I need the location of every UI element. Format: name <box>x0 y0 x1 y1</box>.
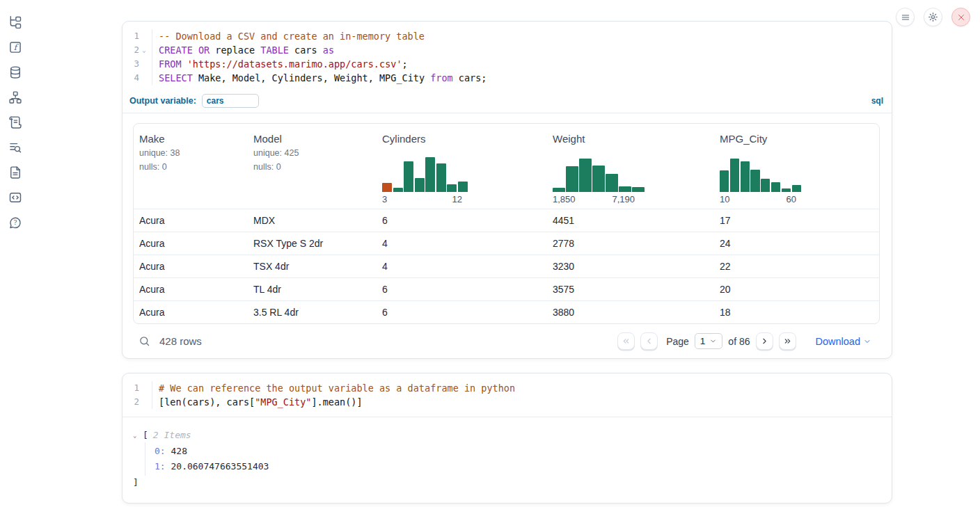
histogram-bar <box>447 184 457 192</box>
code-line[interactable]: 1-- Download a CSV and create an in-memo… <box>122 29 892 43</box>
column-header-cylinders[interactable]: Cylinders312 <box>377 124 547 209</box>
column-header-weight[interactable]: Weight1,8507,190 <box>547 124 714 209</box>
axis-tick-label: 7,190 <box>612 194 635 204</box>
table-footer: 428 rows Page 1 of 86 <box>133 332 880 350</box>
tree-entry-value: 428 <box>166 446 187 456</box>
histogram-bar <box>632 187 645 192</box>
table-row[interactable]: AcuraTSX 4dr4323022 <box>134 255 879 277</box>
code-line[interactable]: 2⌄CREATE OR replace TABLE cars as <box>122 43 892 57</box>
code-line[interactable]: 1# We can reference the output variable … <box>122 381 892 395</box>
fold-chevron-icon[interactable]: ⌄ <box>139 43 149 57</box>
next-page-button[interactable] <box>756 332 773 350</box>
column-title: MPG_City <box>720 133 874 145</box>
histogram-bar <box>579 159 592 192</box>
sql-code-editor[interactable]: 1-- Download a CSV and create an in-memo… <box>122 22 892 91</box>
table-cell: 20 <box>714 278 879 300</box>
histogram-bar <box>761 179 770 192</box>
scratchpad-icon[interactable] <box>7 114 24 131</box>
table-row[interactable]: AcuraTL 4dr6357520 <box>134 277 879 300</box>
histogram-bar <box>415 178 425 192</box>
sidebar: f ? <box>0 0 31 507</box>
table-cell: 3230 <box>547 255 714 277</box>
datasources-icon[interactable] <box>7 64 24 81</box>
last-page-button[interactable] <box>779 332 796 350</box>
tree-entries: 0: 4281: 20.060747663551403 <box>145 442 881 476</box>
table-cell: 2778 <box>547 232 714 255</box>
table-row[interactable]: AcuraMDX6445117 <box>134 209 879 232</box>
logs-icon[interactable] <box>7 139 24 156</box>
download-button[interactable]: Download <box>816 336 872 347</box>
table-cell: 17 <box>714 209 879 232</box>
first-page-button[interactable] <box>617 332 635 350</box>
dependency-graph-icon[interactable] <box>7 89 24 106</box>
code-line[interactable]: 3FROM 'https://datasets.marimo.app/cars.… <box>122 57 892 71</box>
snippets-icon[interactable] <box>7 189 24 206</box>
histogram-bar <box>771 182 780 192</box>
table-cell: 18 <box>714 301 879 323</box>
histogram-bar <box>730 159 739 192</box>
collapse-chevron-icon[interactable]: ⌄ <box>133 428 143 442</box>
table-row[interactable]: AcuraRSX Type S 2dr4277824 <box>134 232 879 255</box>
table-header-row: Makeunique: 38nulls: 0Modelunique: 425nu… <box>134 124 879 209</box>
prev-page-button[interactable] <box>640 332 658 350</box>
histogram-bar <box>720 170 729 192</box>
column-title: Model <box>253 133 371 145</box>
table-row[interactable]: Acura3.5 RL 4dr6388018 <box>134 300 879 323</box>
shutdown-close-icon[interactable] <box>951 8 970 26</box>
histogram-axis-labels: 1,8507,190 <box>553 194 646 204</box>
fold-spacer <box>139 29 149 43</box>
line-number: 1 <box>122 381 139 395</box>
help-icon[interactable]: ? <box>7 214 24 231</box>
column-histogram[interactable]: 1060 <box>720 157 874 204</box>
table-cell: Acura <box>134 278 248 300</box>
histogram-bar <box>750 170 759 192</box>
line-number: 2 <box>122 395 139 409</box>
menu-icon[interactable] <box>896 8 915 26</box>
histogram-bar <box>782 188 791 192</box>
tree-entry: 1: 20.060747663551403 <box>155 459 881 474</box>
tree-entry-value: 20.060747663551403 <box>166 461 269 472</box>
column-histogram[interactable]: 312 <box>382 157 542 204</box>
table-cell: Acura <box>134 301 248 323</box>
page-label: Page <box>666 336 689 347</box>
code-line[interactable]: 4SELECT Make, Model, Cylinders, Weight, … <box>122 71 892 85</box>
axis-tick-label: 12 <box>452 194 462 204</box>
histogram-bars <box>720 157 802 192</box>
histogram-bar <box>553 188 565 192</box>
column-stat: nulls: 0 <box>139 162 242 172</box>
column-histogram[interactable]: 1,8507,190 <box>553 157 709 204</box>
table-cell: 6 <box>377 301 547 323</box>
column-header-make[interactable]: Makeunique: 38nulls: 0 <box>134 124 248 209</box>
code-text: SELECT Make, Model, Cylinders, Weight, M… <box>152 71 487 85</box>
documentation-icon[interactable] <box>7 164 24 181</box>
open-bracket: [ <box>143 428 148 442</box>
column-title: Weight <box>553 133 709 145</box>
page-select[interactable]: 1 <box>695 333 723 349</box>
histogram-bar <box>619 186 631 192</box>
table-cell: Acura <box>134 255 248 277</box>
close-bracket: ] <box>133 476 881 489</box>
table-body: AcuraMDX6445117AcuraRSX Type S 2dr427782… <box>134 209 879 323</box>
table-cell: MDX <box>248 209 377 232</box>
settings-gear-icon[interactable] <box>924 8 942 26</box>
table-cell: TL 4dr <box>248 278 377 300</box>
histogram-bar <box>606 174 618 192</box>
data-table: Makeunique: 38nulls: 0Modelunique: 425nu… <box>133 123 880 324</box>
histogram-bar <box>404 161 413 192</box>
notebook: 1-- Download a CSV and create an in-memo… <box>122 21 892 504</box>
output-variable-row: Output variable: sql <box>122 91 892 113</box>
chevron-down-icon <box>709 337 717 345</box>
search-icon[interactable] <box>139 335 150 347</box>
histogram-bar <box>592 166 605 192</box>
output-variable-input[interactable] <box>202 94 259 108</box>
column-header-model[interactable]: Modelunique: 425nulls: 0 <box>248 124 377 209</box>
fold-spacer <box>139 57 149 71</box>
fold-spacer <box>139 71 149 85</box>
column-stat: unique: 425 <box>253 148 371 159</box>
code-line[interactable]: 2[len(cars), cars["MPG_City"].mean()] <box>122 395 892 409</box>
column-header-mpg_city[interactable]: MPG_City1060 <box>714 124 879 209</box>
variables-icon[interactable]: f <box>7 39 24 56</box>
file-explorer-icon[interactable] <box>7 14 24 31</box>
python-code-editor[interactable]: 1# We can reference the output variable … <box>122 373 892 417</box>
column-stat: unique: 38 <box>139 148 242 159</box>
